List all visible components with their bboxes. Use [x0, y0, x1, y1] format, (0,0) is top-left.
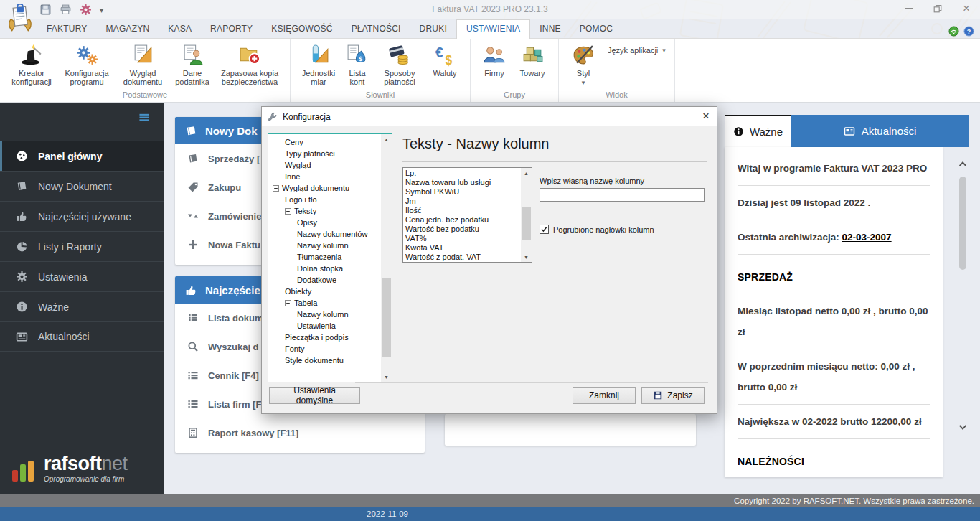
tree-item-ceny[interactable]: Ceny — [268, 136, 381, 148]
archive-date-link[interactable]: 02-03-2007 — [842, 232, 892, 243]
save-button[interactable]: Zapisz — [641, 387, 705, 404]
defaults-button[interactable]: Ustawienia domyślne — [269, 387, 360, 404]
tab-inne[interactable]: INNE — [530, 20, 570, 38]
tab-ustawienia[interactable]: USTAWIENIA — [456, 19, 530, 39]
column-names-listbox[interactable]: Lp.Nazwa towaru lub usługiSymbol PKWiUJm… — [402, 167, 532, 263]
sidebar-item-panel-główny[interactable]: Panel główny — [0, 141, 164, 171]
listbox-scroll-thumb[interactable] — [522, 207, 531, 240]
scroll-up-icon[interactable] — [957, 159, 969, 169]
tree-item-dodatkowe[interactable]: Dodatkowe — [268, 274, 381, 286]
sidebar-item-ustawienia[interactable]: Ustawienia — [0, 261, 164, 291]
tree-scrollbar[interactable]: ▲ ▼ — [381, 134, 392, 382]
online-status-icon[interactable] — [948, 26, 959, 37]
tab-label: Aktualności — [862, 125, 917, 137]
tree-item-dolna-stopka[interactable]: Dolna stopka — [268, 263, 381, 274]
ribbon-item-konfiguracja-programu[interactable]: Konfiguracja programu — [57, 42, 116, 88]
close-button[interactable]: × — [963, 4, 970, 14]
listbox-item-lp[interactable]: Lp. — [403, 169, 521, 178]
scroll-down-icon[interactable] — [957, 422, 969, 432]
ribbon-item-wyglad-dokumentu[interactable]: Wygląd dokumentu — [116, 42, 169, 88]
tree-collapse-icon[interactable] — [273, 185, 279, 192]
tree-item-obiekty[interactable]: Obiekty — [268, 286, 381, 297]
scroll-up-arrow-icon[interactable]: ▲ — [521, 168, 532, 178]
panel-item-label: Lista dokum — [208, 313, 263, 324]
tree-item-nazwy-kolumn[interactable]: Nazwy kolumn — [268, 309, 381, 320]
custom-column-name-input[interactable] — [540, 188, 705, 202]
tree-item-tabela[interactable]: Tabela — [268, 297, 381, 309]
ribbon-item-jezyk-aplikacji[interactable]: Język aplikacji ▾ — [608, 46, 666, 55]
bold-headers-checkbox-row[interactable]: Pogrubione nagłówki kolumn — [540, 225, 654, 234]
tab-aktualnosci[interactable]: Aktualności — [791, 115, 969, 147]
tree-item-teksty[interactable]: Teksty — [268, 205, 381, 217]
ribbon-item-kreator-konfiguracji[interactable]: Kreator konfiguracji — [6, 42, 57, 88]
hamburger-menu-icon[interactable] — [138, 112, 151, 123]
panel-title: Najczęście — [205, 284, 260, 296]
tree-item-wygląd[interactable]: Wygląd — [268, 159, 381, 171]
tree-item-fonty[interactable]: Fonty — [268, 343, 381, 355]
tab-kasa[interactable]: KASA — [159, 20, 201, 38]
ribbon-item-dane-podatnika[interactable]: Dane podatnika — [169, 42, 215, 88]
tab-księgowość[interactable]: KSIĘGOWOŚĆ — [262, 20, 341, 38]
tree-scroll-thumb[interactable] — [382, 278, 391, 357]
tree-item-inne[interactable]: Inne — [268, 171, 381, 182]
help-icon[interactable]: ? — [963, 26, 974, 37]
scroll-thumb[interactable] — [959, 177, 966, 270]
ribbon-item-waluty[interactable]: €$ Waluty — [425, 42, 464, 79]
tab-wazne[interactable]: Ważne — [725, 115, 791, 147]
styl-dropdown-caret-icon[interactable]: ▾ — [582, 78, 585, 87]
sidebar-item-aktualności[interactable]: Aktualności — [0, 321, 164, 352]
tab-pomoc[interactable]: POMOC — [570, 20, 622, 38]
ribbon-item-towary[interactable]: Towary — [512, 42, 552, 79]
listbox-item-symbol-pkwiu[interactable]: Symbol PKWiU — [403, 187, 521, 197]
tree-item-opisy[interactable]: Opisy — [268, 217, 381, 228]
settings-tree[interactable]: CenyTypy płatnościWyglądInneWygląd dokum… — [268, 133, 392, 382]
tree-collapse-icon[interactable] — [285, 300, 291, 306]
tree-item-tłumaczenia[interactable]: Tłumaczenia — [268, 251, 381, 263]
ribbon-item-jednostki-miar[interactable]: Jednostki miar — [296, 42, 341, 88]
sidebar-item-listy-i-raporty[interactable]: Listy i Raporty — [0, 231, 164, 261]
tab-raporty[interactable]: RAPORTY — [201, 20, 262, 38]
ribbon-item-zapasowa-kopia[interactable]: Zapasowa kopia bezpieczeństwa — [215, 42, 284, 88]
panel-item-raport-kasowy-f11[interactable]: Raport kasowy [F11] — [175, 418, 425, 447]
ribbon-item-sposoby-platnosci[interactable]: Sposoby płatności — [374, 42, 425, 88]
tree-item-pieczątka-i-podpis[interactable]: Pieczątka i podpis — [268, 332, 381, 343]
listbox-item-ilość[interactable]: Ilość — [403, 206, 521, 215]
listbox-scrollbar[interactable]: ▲ ▼ — [521, 168, 532, 262]
dialog-close-button[interactable]: × — [702, 109, 710, 123]
checkbox-checked-icon[interactable] — [540, 225, 549, 234]
tree-collapse-icon[interactable] — [285, 208, 291, 215]
info-panel-scrollbar[interactable] — [957, 159, 969, 432]
scroll-up-arrow-icon[interactable]: ▲ — [381, 134, 392, 144]
sidebar-item-ważne[interactable]: Ważne — [0, 291, 164, 321]
tab-magazyn[interactable]: MAGAZYN — [97, 20, 159, 38]
scroll-down-arrow-icon[interactable]: ▼ — [381, 372, 392, 382]
listbox-item-wartość-z-podat-vat[interactable]: Wartość z podat. VAT — [403, 253, 521, 262]
restore-button[interactable] — [933, 4, 943, 14]
tree-item-label: Ceny — [285, 138, 303, 146]
ribbon-item-styl[interactable]: Styl ▾ — [565, 42, 602, 88]
sidebar-item-nowy-dokument[interactable]: Nowy Dokument — [0, 171, 164, 201]
tree-item-wygląd-dokumentu[interactable]: Wygląd dokumentu — [268, 182, 381, 194]
listbox-item-kwota-vat[interactable]: Kwota VAT — [403, 243, 521, 253]
tree-item-typy-płatności[interactable]: Typy płatności — [268, 148, 381, 159]
tree-item-logo-i-tło[interactable]: Logo i tło — [268, 194, 381, 205]
minimize-button[interactable] — [905, 8, 913, 9]
listbox-item-wartość-bez-podatku[interactable]: Wartość bez podatku — [403, 225, 521, 234]
tree-item-nazwy-dokumentów[interactable]: Nazwy dokumentów — [268, 228, 381, 240]
listbox-item-nazwa-towaru-lub-usługi[interactable]: Nazwa towaru lub usługi — [403, 178, 521, 187]
tree-item-nazwy-kolumn[interactable]: Nazwy kolumn — [268, 240, 381, 251]
tree-item-ustawienia[interactable]: Ustawienia — [268, 320, 381, 332]
tree-item-style-dokumentu[interactable]: Style dokumentu — [268, 355, 381, 366]
sidebar-item-najczęściej-używane[interactable]: Najczęściej używane — [0, 201, 164, 231]
tab-faktury[interactable]: FAKTURY — [37, 20, 97, 38]
ribbon-item-lista-kont[interactable]: $ Lista kont — [341, 42, 374, 88]
listbox-item-cena-jedn-bez-podatku[interactable]: Cena jedn. bez podatku — [403, 215, 521, 225]
tab-druki[interactable]: DRUKI — [410, 20, 456, 38]
scroll-down-arrow-icon[interactable]: ▼ — [521, 252, 532, 262]
info-section-heading: NALEŻNOŚCI — [738, 439, 930, 477]
tab-płatności[interactable]: PŁATNOŚCI — [342, 20, 410, 38]
listbox-item-jm[interactable]: Jm — [403, 197, 521, 206]
ribbon-item-firmy[interactable]: Firmy — [476, 42, 512, 79]
listbox-item-vat[interactable]: VAT% — [403, 234, 521, 243]
close-dialog-button[interactable]: Zamknij — [573, 387, 636, 404]
